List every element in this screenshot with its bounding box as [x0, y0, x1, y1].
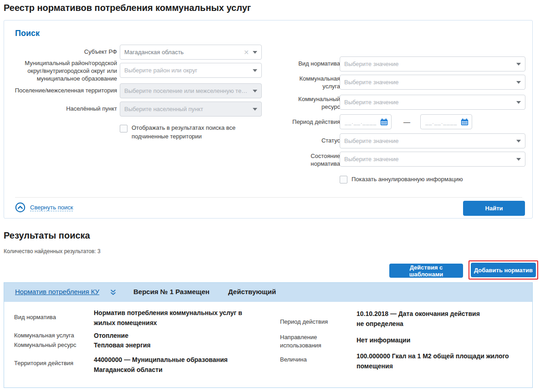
result-card: Норматив потребления КУ Версия № 1 Разме… — [4, 282, 533, 388]
period-from-field — [340, 114, 392, 129]
detail-value: Нет информации — [357, 335, 530, 345]
chevron-down-icon — [516, 81, 521, 84]
municipality-select[interactable]: Выберите район или округ — [120, 63, 262, 78]
collapse-search-icon[interactable] — [15, 202, 25, 213]
settlement-label: Поселение/межселенная территория — [9, 87, 117, 95]
results-count: Количество найденных результатов: 3 — [4, 248, 101, 255]
detail-label: Территория действия — [14, 359, 92, 367]
status-select[interactable]: Выберите значение — [340, 133, 525, 148]
detail-label: Коммунальный ресурс — [14, 341, 92, 349]
add-norm-highlight: Добавить норматив — [469, 260, 538, 280]
norm-kind-label: Вид норматива — [282, 60, 340, 68]
chevron-down-icon — [516, 101, 521, 104]
municipality-label: Муниципальный район/городской округ/внут… — [18, 60, 117, 83]
page-title: Реестр нормативов потребления коммунальн… — [4, 3, 251, 13]
show-subordinate-row: Отображать в результатах поиска все подч… — [120, 124, 265, 141]
status-label: Статус — [282, 137, 340, 145]
show-subordinate-checkbox[interactable] — [120, 125, 127, 132]
settlement-select[interactable]: Выберите поселение или межселенную терр.… — [120, 83, 262, 98]
results-title: Результаты поиска — [4, 230, 90, 241]
service-select[interactable]: Выберите значение — [340, 75, 525, 90]
detail-label: Вид норматива — [14, 313, 92, 321]
norm-state-label: Состояние норматива — [282, 153, 340, 168]
detail-label: Величина — [280, 356, 348, 364]
clear-icon[interactable]: ✕ — [244, 49, 249, 56]
template-actions-button[interactable]: Действия с шаблонами — [389, 264, 463, 278]
period-to-field — [420, 114, 472, 129]
detail-label: Коммунальная услуга — [14, 331, 92, 340]
add-norm-button[interactable]: Добавить норматив — [471, 263, 536, 277]
show-annulled-row: Показать аннулированную информацию — [340, 175, 522, 184]
detail-value: Отопление — [94, 331, 259, 341]
municipality-select-placeholder: Выберите район или округ — [124, 67, 249, 74]
service-label: Коммунальная услуга — [282, 75, 340, 91]
chevron-down-icon — [516, 140, 521, 143]
locality-select[interactable]: Выберите населенный пункт — [120, 102, 262, 117]
norm-kind-select[interactable]: Выберите значение — [340, 56, 525, 71]
page: Реестр нормативов потребления коммунальн… — [0, 0, 540, 392]
state-badge: Действующий — [228, 288, 276, 295]
norm-kind-select-placeholder: Выберите значение — [344, 61, 513, 67]
period-to-input[interactable] — [424, 118, 459, 126]
chevron-down-icon — [253, 51, 257, 54]
find-button[interactable]: Найти — [463, 201, 525, 216]
search-panel-title: Поиск — [15, 29, 40, 38]
norm-title-link[interactable]: Норматив потребления КУ — [15, 288, 99, 295]
subject-select[interactable]: Магаданская область ✕ — [120, 45, 262, 60]
result-card-header: Норматив потребления КУ Версия № 1 Разме… — [4, 283, 532, 302]
subject-select-value: Магаданская область — [124, 49, 241, 56]
show-subordinate-label: Отображать в результатах поиска все подч… — [132, 124, 265, 141]
panel-divider — [15, 197, 522, 198]
detail-value: Тепловая энергия — [94, 340, 259, 350]
norm-state-select[interactable]: Выберите значение — [340, 152, 525, 167]
period-dash: — — [403, 118, 410, 126]
collapse-search-link[interactable]: Свернуть поиск — [30, 204, 73, 211]
period-label: Период действия — [282, 118, 340, 126]
norm-state-select-placeholder: Выберите значение — [344, 156, 513, 163]
detail-label: Период действия — [280, 318, 348, 326]
detail-value: 100.000000 Гкал на 1 М2 общей площади жи… — [357, 351, 535, 372]
service-select-placeholder: Выберите значение — [344, 79, 513, 86]
calendar-icon[interactable] — [380, 118, 388, 126]
period-from-input[interactable] — [344, 118, 378, 126]
status-select-placeholder: Выберите значение — [344, 137, 513, 144]
detail-value: Норматив потребления коммунальных услуг … — [94, 308, 259, 328]
search-panel: Поиск Субъект РФ Муниципальный район/гор… — [4, 20, 533, 219]
show-annulled-label: Показать аннулированную информацию — [352, 175, 463, 184]
chevron-down-icon — [253, 69, 257, 72]
resource-label: Коммунальный ресурс — [282, 96, 340, 111]
detail-value: 44000000 — Муниципальные образования Маг… — [94, 355, 249, 375]
subject-label: Субъект РФ — [9, 48, 117, 56]
resource-select[interactable]: Выберите значение — [340, 95, 525, 110]
locality-select-placeholder: Выберите населенный пункт — [124, 106, 249, 112]
chevron-down-icon — [253, 108, 257, 111]
chevron-down-icon — [253, 90, 257, 92]
chevron-down-icon — [516, 63, 521, 66]
locality-label: Населённый пункт — [9, 105, 117, 113]
expand-double-chevron-icon[interactable] — [110, 289, 117, 296]
detail-label: Направление использования — [280, 333, 348, 349]
version-status: Версия № 1 Размещен — [133, 288, 209, 295]
detail-value: 10.10.2018 — Дата окончания действия не … — [357, 309, 489, 329]
calendar-icon[interactable] — [461, 118, 469, 126]
settlement-select-placeholder: Выберите поселение или межселенную терр.… — [124, 87, 249, 94]
chevron-down-icon — [516, 158, 521, 161]
show-annulled-checkbox[interactable] — [340, 176, 347, 183]
resource-select-placeholder: Выберите значение — [344, 99, 513, 106]
